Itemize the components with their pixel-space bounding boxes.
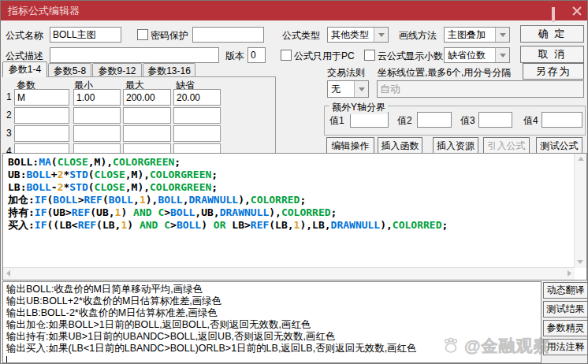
translation-line: 输出UB:BOLL+2*收盘价的M日估算标准差,画绿色 [6,295,417,307]
cancel-button[interactable]: 取 消 [520,46,584,63]
param-cell[interactable] [173,89,221,106]
horizontal-scrollbar[interactable] [3,267,575,280]
translation-line: 输出BOLL:收盘价的M日简单移动平均,画绿色 [6,284,417,295]
param-cell[interactable] [173,143,221,153]
dynamic-translation-area[interactable]: 输出BOLL:收盘价的M日简单移动平均,画绿色输出UB:BOLL+2*收盘价的M… [2,281,541,363]
param-cell[interactable] [123,143,171,153]
axis-value-input[interactable] [541,112,582,128]
param-row-number: 4 [6,146,12,153]
translation-line: 输出加仓:如果BOLL>1日前的BOLL,返回BOLL,否则返回无效数,画红色 [6,319,417,331]
axis-value-label: 值3 [460,114,475,128]
formula-type-select[interactable]: 其他类型 [327,27,389,43]
param-table-panel: 参数最小最大缺省1234 [2,76,276,153]
pc-only-checkbox[interactable] [281,50,292,61]
side-button-测试结果[interactable]: 测试结果 [543,301,588,318]
password-protect-label: 密码保护 [151,29,188,43]
param-cell[interactable] [123,89,171,106]
side-button-动态翻译[interactable]: 动态翻译 [543,282,588,299]
formula-type-label: 公式类型 [282,29,320,43]
scroll-right-icon[interactable] [568,270,571,277]
chevron-down-icon[interactable] [495,28,509,42]
draw-method-label: 画线方法 [399,29,437,43]
code-line: 加仓:IF(BOLL>REF(BOLL,1),BOLL,DRAWNULL),CO… [8,194,572,206]
scroll-left-icon[interactable] [6,270,10,277]
pc-only-label: 公式只用于PC [294,50,355,63]
param-cell[interactable] [123,125,171,142]
axis-value-label: 值1 [329,114,344,128]
axis-value-input[interactable] [350,112,389,128]
chevron-down-icon[interactable] [374,28,388,42]
titlebar[interactable]: 指标公式编辑器 [1,1,587,20]
version-input[interactable] [247,47,266,63]
formula-desc-input[interactable] [50,47,219,63]
cloud-formula-checkbox[interactable] [364,50,375,61]
param-cell[interactable] [73,107,121,124]
translation-line: 输出买入:如果(LB<1日前的LBANDC>BOLL)ORLB>1日前的LB,返… [6,343,417,355]
scroll-down-icon[interactable] [577,260,583,264]
code-line: LB:BOLL-2*STD(CLOSE,M),COLORGREEN; [8,181,572,194]
param-cell[interactable] [173,125,221,142]
maximize-button[interactable] [552,5,564,17]
translation-line: 输出持有:如果UB>1日前的UBANDC>BOLL,返回UB,否则返回无效数,画… [6,331,417,343]
axis-value-label: 值4 [523,114,538,128]
formula-name-input[interactable] [50,27,121,43]
param-cell[interactable] [123,107,171,124]
coord-hint-label: 坐标线位置,最多6个,用分号分隔 [378,66,511,80]
side-buttons-column: 动态翻译测试结果参数精灵用法注释 [543,282,588,358]
code-line: UB:BOLL+2*STD(CLOSE,M),COLORGREEN; [8,169,572,181]
cloud-formula-label: 云公式 [378,50,406,63]
param-cell[interactable] [73,125,121,142]
indicator-formula-editor-dialog: 指标公式编辑器 公式名称 密码保护 公式类型 其他类型 画线方法 主图叠加 确 … [0,0,588,364]
tab-参数1-4[interactable]: 参数1-4 [2,61,47,77]
code-line: 买入:IF((LB<REF(LB,1) AND C>BOLL) OR LB>RE… [8,219,572,232]
param-cell[interactable] [73,143,121,153]
param-cell[interactable] [14,107,69,124]
decimal-label: 显示小数 [405,50,443,63]
param-cell[interactable] [14,143,69,153]
axis-value-label: 值2 [397,114,412,128]
tab-参数13-16[interactable]: 参数13-16 [143,63,195,77]
chevron-down-icon[interactable] [495,48,509,62]
side-button-参数精灵[interactable]: 参数精灵 [543,320,588,336]
code-line: BOLL:MA(CLOSE,M),COLORGREEN; [8,156,572,169]
extra-axis-group-label: 额外Y轴分界 [329,101,388,114]
maximize-icon [552,7,555,22]
translation-lines: 输出BOLL:收盘价的M日简单移动平均,画绿色输出UB:BOLL+2*收盘价的M… [6,284,417,363]
ok-button[interactable]: 确 定 [520,25,584,43]
param-row-number: 1 [6,91,12,102]
formula-code-editor[interactable]: BOLL:MA(CLOSE,M),COLORGREEN;UB:BOLL+2*ST… [2,153,587,280]
window-title: 指标公式编辑器 [8,5,80,17]
param-cell[interactable] [14,125,69,142]
coord-position-input[interactable] [377,80,584,98]
draw-method-select[interactable]: 主图叠加 [444,27,510,43]
code-lines: BOLL:MA(CLOSE,M),COLORGREEN;UB:BOLL+2*ST… [8,156,572,232]
save-as-button[interactable]: 另存为 [523,63,584,80]
axis-value-input[interactable] [417,112,452,128]
tab-参数9-12[interactable]: 参数9-12 [92,63,142,77]
vertical-scrollbar[interactable] [574,154,586,268]
password-protect-checkbox[interactable] [137,29,148,40]
chevron-down-icon[interactable] [354,81,368,97]
side-button-用法注释[interactable]: 用法注释 [543,339,588,355]
param-cell[interactable] [173,107,221,124]
password-input[interactable] [192,27,264,43]
trade-rule-select[interactable]: 无 [327,80,369,98]
version-label: 版本 [225,50,244,63]
close-button[interactable] [571,5,582,17]
axis-value-input[interactable] [478,112,512,128]
decimal-select[interactable]: 缺省位数 [444,47,510,63]
param-row-number: 2 [6,110,12,121]
param-cell[interactable] [14,89,69,106]
param-row-number: 3 [6,128,12,139]
param-cell[interactable] [73,89,121,106]
translation-line: 输出LB:BOLL-2*收盘价的M日估算标准差,画绿色 [6,307,417,319]
text-cursor [6,356,7,363]
formula-name-label: 公式名称 [6,29,43,43]
trade-rule-label: 交易法则 [327,66,365,80]
tab-参数5-8[interactable]: 参数5-8 [48,63,91,77]
scroll-up-icon[interactable] [578,157,584,161]
code-line: 持有:IF(UB>REF(UB,1) AND C>BOLL,UB,DRAWNUL… [8,206,572,219]
